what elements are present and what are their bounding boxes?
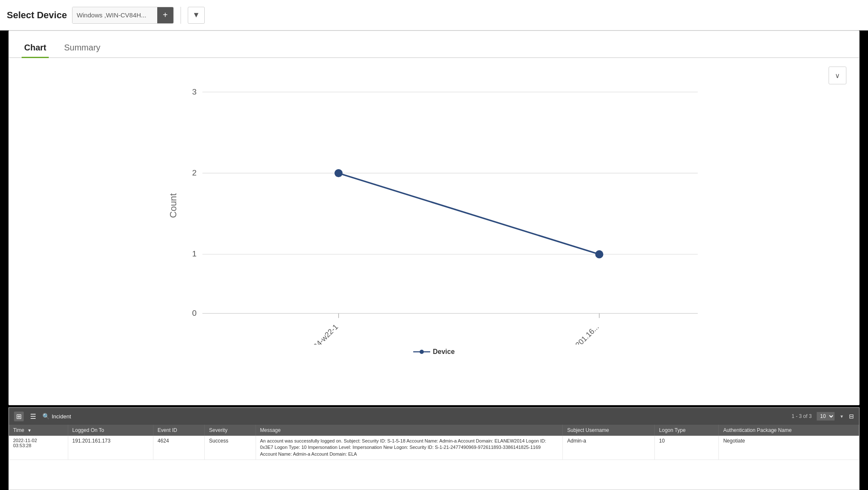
cell-subject-username: Admin-a bbox=[563, 436, 655, 460]
data-table: Time ▼ Logged On To Event ID Severity Me… bbox=[9, 425, 859, 460]
table-header-row: Time ▼ Logged On To Event ID Severity Me… bbox=[9, 425, 859, 436]
chevron-down-icon: ∨ bbox=[835, 72, 840, 80]
add-device-button[interactable]: + bbox=[157, 7, 173, 24]
chevron-down-icon-rows: ▼ bbox=[840, 414, 844, 419]
chart-svg: Count 3 2 1 0 bbox=[42, 67, 826, 345]
chart-point-1 bbox=[334, 169, 342, 177]
incident-badge: 🔍 Incident bbox=[42, 413, 71, 420]
col-time[interactable]: Time ▼ bbox=[9, 425, 68, 436]
svg-text:1: 1 bbox=[192, 249, 197, 258]
col-event-id[interactable]: Event ID bbox=[153, 425, 204, 436]
pagination-text: 1 - 3 of 3 bbox=[792, 413, 812, 419]
search-icon: 🔍 bbox=[42, 413, 50, 420]
svg-text:2: 2 bbox=[192, 168, 197, 177]
col-auth-package[interactable]: Authentication Package Name bbox=[719, 425, 859, 436]
col-logged-on-to[interactable]: Logged On To bbox=[68, 425, 153, 436]
cell-event-id: 4624 bbox=[153, 436, 204, 460]
sort-icon: ▼ bbox=[28, 428, 32, 433]
svg-text:13434-w22-1: 13434-w22-1 bbox=[303, 323, 340, 345]
svg-text:0: 0 bbox=[192, 309, 197, 317]
select-device-label: Select Device bbox=[7, 10, 67, 21]
cell-severity: Success bbox=[205, 436, 256, 460]
table-toolbar-right: 1 - 3 of 3 10 25 50 ▼ ⊟ bbox=[792, 412, 854, 420]
grid-view-button[interactable]: ⊞ bbox=[14, 412, 24, 421]
tab-chart[interactable]: Chart bbox=[22, 39, 49, 58]
chart-legend: Device bbox=[22, 348, 846, 356]
col-severity[interactable]: Severity bbox=[205, 425, 256, 436]
chart-area: ∨ Count 3 2 1 0 bbox=[9, 58, 859, 402]
cell-auth-package: Negotiate bbox=[719, 436, 859, 460]
column-settings-button[interactable]: ⊟ bbox=[849, 413, 854, 420]
y-axis-label: Count bbox=[168, 193, 178, 218]
divider bbox=[181, 7, 181, 24]
rows-per-page-select[interactable]: 10 25 50 bbox=[817, 412, 835, 420]
legend-device: Device bbox=[413, 348, 455, 356]
incident-label: Incident bbox=[52, 413, 71, 420]
legend-device-label: Device bbox=[433, 348, 455, 356]
svg-text:191.201.16...: 191.201.16... bbox=[563, 323, 600, 345]
filter-icon: ▼ bbox=[192, 11, 200, 19]
legend-line-icon bbox=[413, 349, 430, 355]
col-subject-username[interactable]: Subject Username bbox=[563, 425, 655, 436]
svg-point-14 bbox=[420, 350, 424, 354]
device-input[interactable] bbox=[72, 7, 157, 23]
tab-summary[interactable]: Summary bbox=[61, 39, 103, 58]
svg-line-8 bbox=[338, 173, 599, 254]
cell-logon-type: 10 bbox=[655, 436, 719, 460]
list-view-button[interactable]: ☰ bbox=[28, 412, 38, 421]
cell-message: An account was successfully logged on. S… bbox=[256, 436, 563, 460]
table-toolbar: ⊞ ☰ 🔍 Incident 1 - 3 of 3 10 25 50 ▼ ⊟ bbox=[9, 408, 859, 425]
chart-collapse-button[interactable]: ∨ bbox=[829, 67, 846, 84]
filter-button[interactable]: ▼ bbox=[188, 7, 205, 24]
main-panel: Chart Summary ∨ Count 3 2 1 bbox=[8, 31, 860, 405]
col-message[interactable]: Message bbox=[256, 425, 563, 436]
svg-text:3: 3 bbox=[192, 87, 197, 96]
table-row: 2022-11-02 03:53:28 191.201.161.173 4624… bbox=[9, 436, 859, 460]
cell-logged-on-to: 191.201.161.173 bbox=[68, 436, 153, 460]
device-selector[interactable]: + bbox=[72, 7, 174, 24]
chart-point-2 bbox=[595, 250, 603, 258]
cell-time: 2022-11-02 03:53:28 bbox=[9, 436, 68, 460]
col-logon-type[interactable]: Logon Type bbox=[655, 425, 719, 436]
tabs-bar: Chart Summary bbox=[9, 31, 859, 58]
table-area: ⊞ ☰ 🔍 Incident 1 - 3 of 3 10 25 50 ▼ ⊟ bbox=[8, 407, 860, 490]
top-bar: Select Device + ▼ bbox=[0, 0, 868, 31]
